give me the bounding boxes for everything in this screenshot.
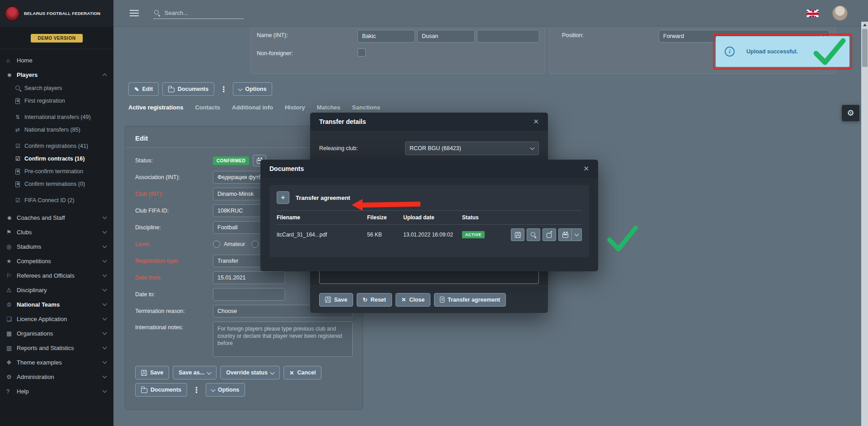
sidebar-item-clubs[interactable]: ⚑ Clubs <box>0 225 113 239</box>
transfer-arrows-icon: ⇅ <box>15 114 24 120</box>
sidebar-item-national-transfers[interactable]: ⇄ National transfers (85) <box>0 123 113 136</box>
sidebar-item-confirm-registrations[interactable]: ☑ Confirm registrations (41) <box>0 140 113 152</box>
transfer-agreement-button[interactable]: Transfer agreement <box>434 293 506 307</box>
chevron-down-icon <box>575 232 579 237</box>
sidebar-item-search-players[interactable]: Search players <box>0 82 113 95</box>
swap-arrows-icon: ⇄ <box>15 127 24 133</box>
sidebar-item-help[interactable]: ? Help <box>0 384 113 398</box>
level-option-label: Amateur <box>224 241 245 247</box>
tab-history[interactable]: History <box>285 104 305 111</box>
magnifier-icon <box>531 232 537 238</box>
add-document-row: + Transfer agreement <box>277 191 582 204</box>
settings-fab-button[interactable]: ⚙ <box>842 105 859 121</box>
last-name-input[interactable] <box>358 30 415 43</box>
documents-button-2[interactable]: Documents <box>135 383 187 397</box>
close-icon: ✕ <box>401 296 406 303</box>
position-label: Position: <box>562 32 584 38</box>
close-icon: ✕ <box>289 369 294 376</box>
gear-icon: ⚙ <box>847 108 854 118</box>
middle-name-input[interactable] <box>477 30 539 43</box>
modal-save-button[interactable]: Save <box>319 293 353 307</box>
edit-actions-row: Save Save as... Override status ✕ Cancel <box>135 366 353 379</box>
preview-document-button[interactable] <box>527 228 540 241</box>
scrollbar[interactable] <box>861 22 868 426</box>
sidebar-item-theme-examples[interactable]: ❖ Theme examples <box>0 355 113 369</box>
registration-tabs: Active registrations Contacts Additional… <box>128 104 380 111</box>
add-transfer-agreement-label: Transfer agreement <box>296 194 350 201</box>
cancel-button[interactable]: ✕ Cancel <box>283 366 321 379</box>
documents-table-header: Filename Filesize Upload date Status <box>277 210 582 225</box>
tab-matches[interactable]: Matches <box>317 104 340 111</box>
sidebar-item-players[interactable]: ☻ Players <box>0 67 113 82</box>
date-from-input[interactable] <box>213 271 285 284</box>
chevron-down-icon <box>103 331 107 335</box>
sidebar-item-reports-and-statistics[interactable]: ▥ Reports and Statistics <box>0 341 113 355</box>
sidebar-item-national-teams[interactable]: ♔ National Teams <box>0 297 113 312</box>
sidebar-header: BELARUS FOOTBALL FEDERATION <box>0 0 113 27</box>
options-button-2[interactable]: Options <box>206 383 245 397</box>
date-to-input[interactable] <box>213 288 285 301</box>
chevron-down-icon <box>103 244 107 248</box>
sidebar-item-coaches-and-staff[interactable]: ☻ Coaches and Staff <box>0 210 113 225</box>
sidebar-item-confirm-contracts[interactable]: ☑ Confirm contracts (16) <box>0 152 113 165</box>
scrollbar-thumb[interactable] <box>862 29 868 67</box>
sidebar-item-organisations[interactable]: ▦ Organisations <box>0 326 113 341</box>
document-more-button[interactable] <box>572 228 582 241</box>
sidebar-item-referees-and-officials[interactable]: ⚐ Referees and Officials <box>0 268 113 283</box>
close-icon[interactable]: ✕ <box>583 165 589 173</box>
releasing-club-row: Releasing club: RCOR BGU (68423) <box>310 131 548 155</box>
stadiums-icon: ◎ <box>6 243 17 250</box>
sidebar-item-disciplinary[interactable]: ⚠ Disciplinary <box>0 283 113 297</box>
level-radio-2[interactable] <box>251 241 259 248</box>
sidebar-item-home[interactable]: ⌂ Home <box>0 53 113 67</box>
modal-reset-button[interactable]: ↻ Reset <box>357 293 392 307</box>
transfer-modal-footer: Save ↻ Reset ✕ Close Transfer agreement <box>310 286 548 313</box>
international-notes-textarea[interactable] <box>213 322 353 357</box>
non-foreigner-checkbox[interactable] <box>358 48 366 57</box>
tab-additional-info[interactable]: Additional info <box>232 104 273 111</box>
checkbox-icon: ☑ <box>15 143 24 149</box>
avatar[interactable] <box>832 5 848 21</box>
chevron-down-icon <box>103 258 107 263</box>
tab-active-registrations[interactable]: Active registrations <box>128 104 183 111</box>
options-button[interactable]: Options <box>233 82 272 96</box>
kebab-menu-icon[interactable]: ⋮ <box>191 385 202 395</box>
first-name-input[interactable] <box>417 30 475 43</box>
document-icon <box>15 98 20 104</box>
annotation-red-arrow <box>352 198 421 212</box>
search-input[interactable] <box>164 9 236 17</box>
calendar-icon <box>562 233 568 238</box>
scroll-up-arrow[interactable] <box>861 22 868 28</box>
sidebar-item-fifa-connect-id[interactable]: ☑ FIFA Connect ID (2) <box>0 194 113 207</box>
uk-flag-icon[interactable] <box>807 9 819 17</box>
date-to-label: Date to: <box>135 291 213 298</box>
hamburger-menu-icon[interactable] <box>130 10 139 16</box>
sidebar-item-first-registration[interactable]: First registration <box>0 95 113 107</box>
add-transfer-agreement-button[interactable]: + <box>277 191 289 204</box>
save-as-button[interactable]: Save as... <box>173 366 217 379</box>
edit-button[interactable]: ✎ Edit <box>128 82 159 96</box>
documents-button[interactable]: Documents <box>162 82 214 96</box>
chevron-down-icon <box>103 215 107 219</box>
sidebar-item-competitions[interactable]: ★ Competitions <box>0 254 113 268</box>
sidebar-item-administration[interactable]: ⚙ Administration <box>0 369 113 384</box>
tab-contacts[interactable]: Contacts <box>195 104 220 111</box>
col-status: Status <box>462 214 507 221</box>
sidebar-item-pre-confirm-termination[interactable]: Pre-confirm termination <box>0 165 113 178</box>
tab-sanctions[interactable]: Sanctions <box>352 104 380 111</box>
level-radio-amateur[interactable] <box>213 241 220 248</box>
download-document-button[interactable] <box>511 228 524 241</box>
document-history-button[interactable] <box>558 228 572 241</box>
sidebar-item-international-transfers[interactable]: ⇅ International transfers (49) <box>0 111 113 123</box>
kebab-menu-icon[interactable]: ⋮ <box>218 85 229 94</box>
releasing-club-select[interactable]: RCOR BGU (68423) <box>405 142 539 155</box>
save-button[interactable]: Save <box>135 366 169 379</box>
sidebar-item-stadiums[interactable]: ◎ Stadiums <box>0 239 113 254</box>
open-document-button[interactable] <box>542 228 556 241</box>
override-status-button[interactable]: Override status <box>220 366 280 379</box>
close-icon[interactable]: ✕ <box>533 118 539 126</box>
sidebar-item-confirm-terminations[interactable]: Confirm terminations (0) <box>0 178 113 190</box>
sidebar-divider <box>0 49 113 49</box>
modal-close-button[interactable]: ✕ Close <box>396 293 431 307</box>
sidebar-item-licence-application[interactable]: ❏ Licence Application <box>0 312 113 326</box>
